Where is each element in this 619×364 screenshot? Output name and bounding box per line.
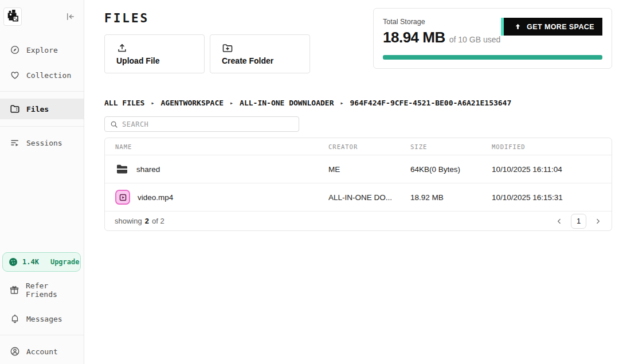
action-label: Create Folder: [222, 56, 273, 65]
storage-progress-bar: [383, 55, 602, 60]
collapse-sidebar-icon[interactable]: [65, 11, 76, 22]
header-left: FILES Upload File: [104, 8, 310, 73]
sidebar-item-label: Explore: [26, 46, 58, 54]
app-logo[interactable]: [3, 7, 22, 26]
action-label: Upload File: [116, 56, 159, 65]
breadcrumb-separator: ▸: [340, 100, 343, 106]
sidebar: Explore Collection: [0, 0, 84, 364]
column-header-modified: MODIFIED: [481, 143, 612, 150]
breadcrumb-item-all-files[interactable]: ALL FILES: [104, 99, 144, 107]
sidebar-item-label: Files: [26, 105, 49, 113]
file-creator: ME: [318, 165, 400, 174]
folder-filled-icon: [115, 162, 129, 176]
sidebar-footer: 1.4K Upgrade Refer Friends: [0, 252, 84, 361]
sidebar-item-messages[interactable]: Messages: [0, 310, 84, 328]
table-footer: showing 2 of 2 1: [105, 212, 612, 230]
pagination: 1: [555, 214, 602, 229]
breadcrumb-separator: ▸: [151, 100, 154, 106]
files-table: NAME CREATOR SIZE MODIFIED shared ME 64: [104, 138, 612, 231]
file-creator: ALL-IN-ONE DO...: [318, 193, 400, 202]
showing-prefix: showing: [115, 217, 142, 225]
sidebar-item-files[interactable]: Files: [0, 99, 84, 119]
table-row-video[interactable]: video.mp4 ALL-IN-ONE DO... 18.92 MB 10/1…: [105, 183, 612, 212]
search-box[interactable]: [104, 116, 299, 132]
credits-upgrade-pill[interactable]: 1.4K Upgrade: [2, 252, 81, 272]
sidebar-header: [0, 0, 84, 26]
storage-card: Total Storage 18.94 MB of 10 GB used: [373, 8, 612, 69]
sidebar-item-label: Account: [26, 347, 58, 356]
sidebar-divider: [0, 126, 84, 127]
upload-icon: [116, 42, 128, 54]
app-window: Explore Collection: [0, 0, 619, 364]
compass-icon: [9, 45, 20, 55]
file-modified: 10/10/2025 16:11:04: [481, 165, 612, 174]
column-header-name: NAME: [105, 143, 318, 150]
video-file-icon: [115, 190, 130, 205]
showing-suffix: of 2: [152, 217, 164, 225]
sidebar-item-refer-friends[interactable]: Refer Friends: [0, 277, 84, 303]
showing-count: showing 2 of 2: [115, 217, 164, 225]
file-actions: Upload File Create Folder: [104, 34, 310, 73]
file-name: shared: [136, 165, 160, 174]
bell-icon: [9, 314, 20, 324]
page-number-button[interactable]: 1: [571, 214, 586, 229]
get-more-space-label: GET MORE SPACE: [527, 23, 594, 31]
table-header-row: NAME CREATOR SIZE MODIFIED: [105, 138, 612, 155]
main-content: FILES Upload File: [84, 0, 619, 364]
chevron-right-icon[interactable]: [594, 217, 602, 225]
breadcrumb: ALL FILES ▸ AGENTWORKSPACE ▸ ALL-IN-ONE …: [104, 99, 612, 107]
breadcrumb-separator: ▸: [230, 100, 233, 106]
credits-amount: 1.4K: [22, 258, 39, 266]
sidebar-divider: [0, 335, 84, 335]
sidebar-nav: Explore Collection: [0, 41, 84, 152]
sidebar-divider: [0, 91, 84, 92]
sidebar-item-sessions[interactable]: Sessions: [0, 134, 84, 152]
storage-info: Total Storage 18.94 MB of 10 GB used: [383, 18, 500, 46]
column-header-size: SIZE: [400, 143, 481, 150]
sidebar-item-label: Refer Friends: [26, 281, 79, 299]
file-modified: 10/10/2025 16:15:31: [481, 193, 612, 202]
file-size: 64KB(0 Bytes): [400, 165, 481, 174]
sidebar-item-collection[interactable]: Collection: [0, 66, 84, 84]
account-icon: [9, 346, 20, 357]
table-row-shared[interactable]: shared ME 64KB(0 Bytes) 10/10/2025 16:11…: [105, 155, 612, 183]
sidebar-item-label: Sessions: [26, 139, 62, 147]
breadcrumb-item-all-in-one-downloader[interactable]: ALL-IN-ONE DOWNLOADER: [240, 99, 334, 107]
search-icon: [110, 120, 118, 128]
llama-pixel-logo-icon: [6, 10, 19, 24]
upgrade-link[interactable]: Upgrade: [50, 258, 80, 266]
breadcrumb-item-current-folder[interactable]: 964F424F-9CFE-4521-BE00-A6A21E153647: [350, 99, 512, 107]
button-accent-bar: [501, 18, 504, 36]
storage-quota: of 10 GB used: [449, 35, 501, 44]
sidebar-item-label: Messages: [26, 315, 62, 323]
storage-used: 18.94 MB: [383, 29, 445, 46]
heart-icon: [9, 70, 20, 80]
upload-file-button[interactable]: Upload File: [104, 34, 205, 73]
storage-label: Total Storage: [383, 18, 500, 26]
page-title: FILES: [104, 11, 310, 25]
storage-progress-fill: [383, 55, 602, 60]
column-header-creator: CREATOR: [318, 143, 400, 150]
file-name: video.mp4: [138, 193, 173, 202]
sessions-icon: [9, 138, 20, 148]
sidebar-item-account[interactable]: Account: [0, 342, 84, 361]
arrow-up-icon: [514, 23, 522, 30]
chevron-left-icon[interactable]: [555, 217, 563, 225]
search-input[interactable]: [122, 117, 293, 131]
create-folder-icon: [222, 42, 233, 54]
get-more-space-button[interactable]: GET MORE SPACE: [501, 18, 602, 36]
sidebar-item-explore[interactable]: Explore: [0, 41, 84, 59]
showing-count-value: 2: [145, 217, 149, 225]
gift-icon: [9, 285, 19, 295]
sidebar-item-label: Collection: [26, 71, 71, 80]
folder-icon: [9, 104, 20, 114]
file-size: 18.92 MB: [400, 193, 481, 202]
cookie-icon: [9, 257, 18, 267]
create-folder-button[interactable]: Create Folder: [210, 34, 310, 73]
breadcrumb-item-agentworkspace[interactable]: AGENTWORKSPACE: [160, 99, 224, 107]
